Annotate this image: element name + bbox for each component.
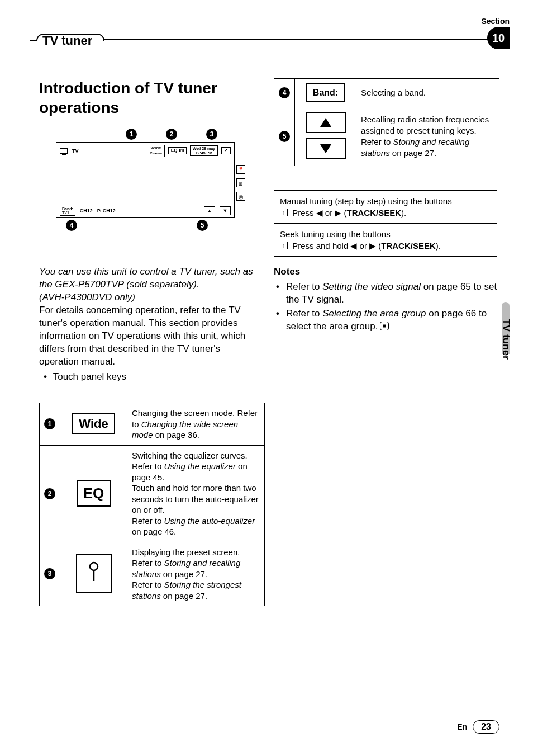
intro-text: You can use this unit to control a TV tu… [39,266,260,383]
callout-2: 2 [166,129,177,140]
notes-heading: Notes [274,266,497,278]
step-number: 1 [280,242,288,249]
touch-keys-table-right: 4 Band: Selecting a band. 5 Recalling ra… [274,78,499,166]
callout-1: 1 [126,129,137,140]
channel-text: CH12 [80,208,93,214]
callout-4: 4 [66,220,77,231]
touch-keys-table: 1 Wide Changing the screen mode. Refer t… [39,403,265,606]
intro-bullet: Touch panel keys [39,371,260,384]
table-row: 1 Wide Changing the screen mode. Refer t… [40,403,265,446]
note-item: Refer to Setting the video signal on pag… [274,281,497,306]
tv-label: TV [72,148,79,154]
row-num-3: 3 [44,568,55,579]
trash-side-icon: 🗑 [236,178,245,187]
pin-side-icon: 📍 [236,165,245,174]
clock-mock: Wed 28 may 12:45 PM [190,145,218,156]
table-row: 5 Recalling radio station frequencies as… [274,107,499,166]
band-key-icon: Band: [306,83,345,102]
main-heading: Introduction of TV tuner operations [39,78,251,117]
table-row: 4 Band: Selecting a band. [274,79,499,107]
down-key-icon [306,138,346,159]
callout-3: 3 [206,129,217,140]
intro-plain: For details concerning operation, refer … [39,304,260,368]
section-label: Section [481,17,510,26]
preset-key-icon [76,554,112,593]
callout-5: 5 [197,220,208,231]
expand-icon: ↗ [221,147,231,154]
footer-page-number: 23 [473,720,499,734]
page-title: TV tuner [42,34,92,48]
section-number-badge: 10 [487,27,510,49]
table-row: 3 Displaying the preset screen. Refer to… [40,542,265,606]
note-item: Refer to Selecting the area group on pag… [274,308,497,333]
svg-point-2 [90,563,98,570]
up-arrow-mock: ▲ [204,206,215,215]
band-button-mock: Band: TV1 [60,206,75,216]
disc-side-icon: ◎ [236,192,245,201]
wide-key-icon: Wide [72,413,115,434]
row-num-4: 4 [279,87,290,98]
table-row: 2 EQ Switching the equalizer curves. Ref… [40,445,265,542]
notes-section: Notes Refer to Setting the video signal … [274,266,497,334]
up-key-icon [306,112,346,133]
side-label: TV tuner [500,319,512,360]
intro-italic-1: You can use this unit to control a TV tu… [39,266,260,291]
manual-tuning-box: Manual tuning (step by step) using the b… [274,190,497,224]
row-desc-3: Displaying the preset screen. Refer to S… [127,542,265,606]
down-arrow-mock: ▼ [220,206,231,215]
header-bar: TV tuner [30,31,510,50]
seek-tuning-box: Seek tuning using the buttons 1 Press an… [274,224,497,257]
preset-channel-text: P. CH12 [97,208,116,214]
eq-key-icon: EQ [77,480,111,507]
step-number: 1 [280,209,288,216]
tv-icon [60,148,68,154]
tv-screen-diagram: 1 2 3 TV Wide Cinema EQ ▮▯▮ Wed 28 may 1… [56,129,235,231]
row-desc-5: Recalling radio station frequencies assi… [356,107,499,166]
footer-language: En [457,722,467,731]
screen-mock: TV Wide Cinema EQ ▮▯▮ Wed 28 may 12:45 P… [56,142,235,218]
end-mark-icon [380,322,389,330]
page-footer: En 23 [457,720,499,734]
row-desc-1: Changing the screen mode. Refer to Chang… [127,403,265,446]
wide-button-mock: Wide Cinema [147,145,165,157]
row-desc-2: Switching the equalizer curves. Refer to… [127,445,265,542]
intro-italic-2: (AVH-P4300DVD only) [39,291,260,304]
row-desc-4: Selecting a band. [356,79,499,107]
row-num-2: 2 [44,488,55,499]
tuning-instructions: Manual tuning (step by step) using the b… [274,190,497,257]
row-num-5: 5 [279,131,290,142]
eq-button-mock: EQ ▮▯▮ [168,147,187,154]
row-num-1: 1 [44,418,55,429]
